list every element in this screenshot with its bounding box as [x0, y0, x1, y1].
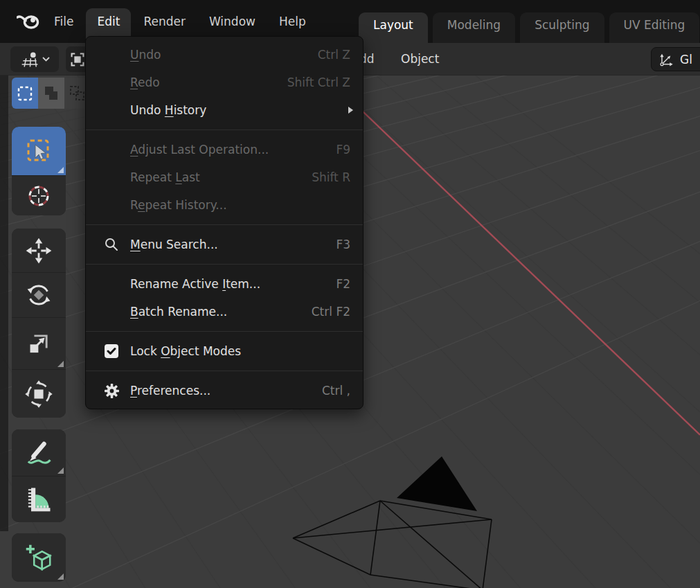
move-icon — [24, 236, 53, 265]
box-select-mode-button[interactable] — [38, 78, 64, 109]
menu-item-label: Undo — [130, 48, 318, 62]
menu-item-label: Preferences... — [130, 384, 322, 398]
menu-separator — [86, 130, 363, 130]
blender-logo-icon[interactable] — [17, 10, 42, 33]
editor-type-button[interactable] — [10, 46, 59, 72]
toolbar-group-add — [12, 533, 66, 582]
menu-item-label: Menu Search... — [130, 238, 336, 251]
tool-options-indicator — [57, 467, 64, 474]
lasso-select-icon — [69, 84, 87, 103]
menu-item-repeat-last: Repeat LastShift R — [86, 163, 363, 191]
tool-select-box-button[interactable] — [12, 127, 66, 175]
viewport-3d-icon — [19, 50, 40, 69]
viewport-left-shade — [0, 43, 8, 531]
gear-icon — [100, 383, 123, 399]
menu-item-menu-search[interactable]: Menu Search...F3 — [86, 231, 363, 258]
tweak-select-icon — [16, 84, 34, 103]
tool-annotate-button[interactable] — [12, 429, 66, 476]
menu-item-label: Redo — [130, 75, 287, 89]
menu-item-shortcut: F9 — [336, 143, 350, 157]
rotate-icon — [24, 280, 53, 310]
object-menu[interactable]: Object — [401, 43, 439, 75]
menu-item-label: Undo History — [130, 103, 350, 117]
add-cube-icon — [23, 542, 55, 573]
menu-separator — [86, 264, 363, 265]
box-select-icon — [42, 84, 60, 103]
menu-item-shortcut: F2 — [336, 277, 350, 291]
tweak-select-mode-button[interactable] — [12, 78, 38, 109]
tool-options-indicator — [57, 167, 64, 173]
menu-separator — [86, 371, 363, 371]
menu-item-label: Lock Object Modes — [130, 344, 350, 358]
menu-item-label: Batch Rename... — [130, 305, 312, 319]
menu-item-batch-rename[interactable]: Batch Rename...Ctrl F2 — [86, 298, 363, 326]
tool-options-indicator — [57, 573, 64, 580]
menubar-item-file[interactable]: File — [43, 8, 84, 35]
menubar-item-window[interactable]: Window — [198, 8, 267, 35]
tool-scale-button[interactable] — [12, 317, 66, 369]
menu-item-undo: UndoCtrl Z — [86, 41, 363, 69]
search-icon — [100, 237, 123, 252]
toolbar-group-annotate — [12, 429, 66, 522]
menu-item-shortcut: Ctrl F2 — [312, 305, 350, 319]
edit-menu-dropdown: UndoCtrl ZRedoShift Ctrl ZUndo HistoryAd… — [85, 36, 364, 409]
menu-item-shortcut: F3 — [336, 238, 350, 251]
transform-orientation-button[interactable]: Gl — [651, 47, 700, 71]
tool-cursor-button[interactable] — [12, 175, 66, 215]
blender-window: FileEditRenderWindowHelp LayoutModelingS… — [0, 0, 700, 588]
tool-add-cube-button[interactable] — [12, 533, 66, 582]
toolbar-group-transform — [12, 229, 66, 418]
tool-move-button[interactable] — [12, 229, 66, 272]
menu-item-label: Repeat Last — [130, 170, 312, 184]
select-box-icon — [23, 135, 55, 167]
annotate-icon — [24, 438, 54, 468]
select-mode-row — [12, 78, 91, 109]
menu-item-preferences[interactable]: Preferences...Ctrl , — [86, 377, 363, 404]
tool-measure-button[interactable] — [12, 476, 66, 522]
orientation-axes-icon — [657, 51, 675, 68]
tool-transform-button[interactable] — [12, 369, 66, 418]
menu-item-shortcut: Ctrl , — [322, 384, 350, 398]
tab-modeling[interactable]: Modeling — [433, 12, 515, 43]
camera-up-triangle — [397, 456, 477, 511]
menubar-item-render[interactable]: Render — [132, 8, 197, 35]
menu-item-adjust-last-operation: Adjust Last Operation...F9 — [86, 136, 363, 163]
menu-item-repeat-history: Repeat History... — [86, 191, 363, 219]
toolbar-group-select — [12, 127, 66, 215]
scale-icon — [24, 329, 53, 358]
menu-item-lock-object-modes[interactable]: Lock Object Modes — [86, 337, 363, 365]
tab-layout[interactable]: Layout — [359, 12, 428, 43]
menubar-item-help[interactable]: Help — [268, 8, 317, 35]
menu-item-redo: RedoShift Ctrl Z — [86, 69, 363, 96]
menu-item-label: Adjust Last Operation... — [130, 143, 336, 157]
menu-item-shortcut: Shift R — [312, 170, 350, 184]
menu-item-label: Repeat History... — [130, 198, 350, 212]
object-mode-button[interactable] — [66, 46, 85, 72]
workspace-tabs: LayoutModelingSculptingUV Editing — [359, 0, 699, 43]
object-menu-label: Object — [401, 52, 439, 66]
menu-item-undo-history[interactable]: Undo History — [86, 96, 363, 124]
transform-icon — [24, 380, 53, 409]
menu-item-shortcut: Ctrl Z — [318, 48, 350, 62]
measure-icon — [24, 484, 54, 515]
cursor-icon — [24, 181, 54, 211]
menu-item-shortcut: Shift Ctrl Z — [287, 75, 350, 89]
tool-rotate-button[interactable] — [12, 272, 66, 317]
submenu-arrow-icon — [348, 107, 353, 114]
tab-uv-editing[interactable]: UV Editing — [609, 12, 700, 43]
object-mode-icon — [66, 49, 85, 70]
checkbox-checked-icon — [100, 344, 123, 359]
menu-separator — [86, 224, 363, 225]
tab-sculpting[interactable]: Sculpting — [520, 12, 604, 43]
tool-options-indicator — [57, 361, 64, 367]
orientation-label: Gl — [680, 53, 692, 66]
menu-item-rename-active-item[interactable]: Rename Active Item...F2 — [86, 270, 363, 298]
menu-separator — [86, 331, 363, 332]
menu-item-label: Rename Active Item... — [130, 277, 336, 291]
chevron-down-icon — [42, 57, 50, 62]
